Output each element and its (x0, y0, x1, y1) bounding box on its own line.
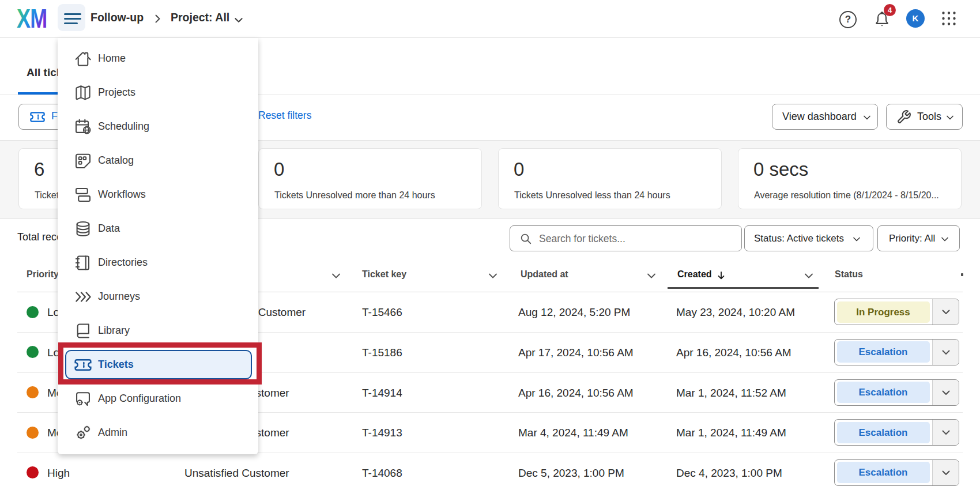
svg-text:XM: XM (17, 9, 47, 29)
